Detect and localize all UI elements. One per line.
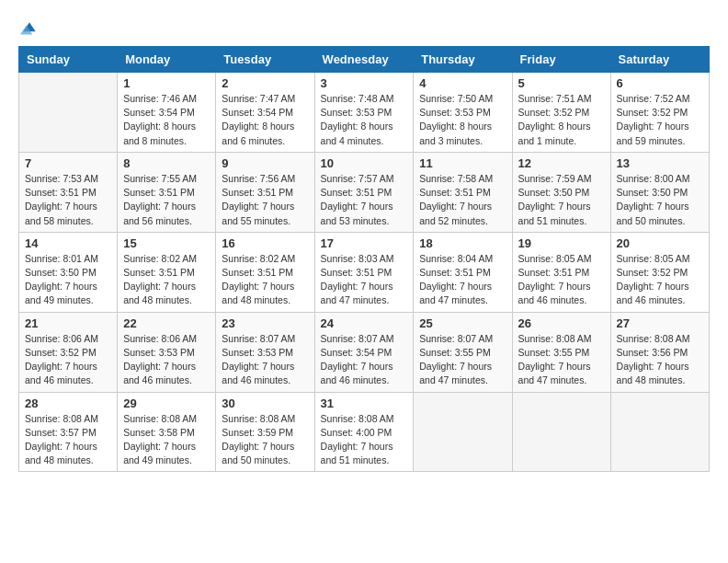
calendar-cell: 7Sunrise: 7:53 AM Sunset: 3:51 PM Daylig… [19,152,118,232]
day-number: 26 [518,316,605,330]
calendar-cell [610,392,709,472]
day-number: 23 [222,316,308,330]
day-info: Sunrise: 7:53 AM Sunset: 3:51 PM Dayligh… [25,172,111,228]
calendar-cell [512,392,610,472]
day-info: Sunrise: 8:01 AM Sunset: 3:50 PM Dayligh… [25,252,111,308]
calendar-cell [414,392,512,472]
calendar-week-row: 14Sunrise: 8:01 AM Sunset: 3:50 PM Dayli… [19,232,710,312]
day-number: 2 [222,76,308,90]
calendar-cell: 21Sunrise: 8:06 AM Sunset: 3:52 PM Dayli… [19,312,118,392]
calendar-cell: 1Sunrise: 7:46 AM Sunset: 3:54 PM Daylig… [118,73,216,153]
day-info: Sunrise: 8:02 AM Sunset: 3:51 PM Dayligh… [123,252,210,308]
calendar-cell: 9Sunrise: 7:56 AM Sunset: 3:51 PM Daylig… [216,152,314,232]
day-header-monday: Monday [118,47,216,73]
day-number: 11 [419,156,506,170]
day-number: 6 [617,76,703,90]
calendar-cell: 19Sunrise: 8:05 AM Sunset: 3:51 PM Dayli… [512,232,610,312]
day-info: Sunrise: 7:47 AM Sunset: 3:54 PM Dayligh… [222,92,308,148]
day-header-thursday: Thursday [414,47,512,73]
day-number: 29 [123,396,210,410]
calendar-cell: 17Sunrise: 8:03 AM Sunset: 3:51 PM Dayli… [314,232,414,312]
day-info: Sunrise: 7:55 AM Sunset: 3:51 PM Dayligh… [123,172,210,228]
calendar-cell: 18Sunrise: 8:04 AM Sunset: 3:51 PM Dayli… [414,232,512,312]
day-info: Sunrise: 7:46 AM Sunset: 3:54 PM Dayligh… [123,92,210,148]
calendar-cell: 16Sunrise: 8:02 AM Sunset: 3:51 PM Dayli… [216,232,314,312]
day-header-saturday: Saturday [610,47,709,73]
calendar-cell: 6Sunrise: 7:52 AM Sunset: 3:52 PM Daylig… [610,73,709,153]
day-header-wednesday: Wednesday [314,47,414,73]
day-number: 24 [321,316,408,330]
day-info: Sunrise: 8:08 AM Sunset: 3:59 PM Dayligh… [222,412,308,468]
day-number: 30 [222,396,308,410]
day-number: 16 [222,236,308,250]
day-number: 13 [617,156,703,170]
day-info: Sunrise: 7:58 AM Sunset: 3:51 PM Dayligh… [419,172,506,228]
calendar-cell: 11Sunrise: 7:58 AM Sunset: 3:51 PM Dayli… [414,152,512,232]
day-info: Sunrise: 8:08 AM Sunset: 3:57 PM Dayligh… [25,412,111,468]
day-info: Sunrise: 8:08 AM Sunset: 3:56 PM Dayligh… [617,332,703,388]
day-info: Sunrise: 7:51 AM Sunset: 3:52 PM Dayligh… [518,92,605,148]
day-info: Sunrise: 7:56 AM Sunset: 3:51 PM Dayligh… [222,172,308,228]
day-info: Sunrise: 8:07 AM Sunset: 3:53 PM Dayligh… [222,332,308,388]
day-number: 17 [321,236,408,250]
calendar-cell: 28Sunrise: 8:08 AM Sunset: 3:57 PM Dayli… [19,392,118,472]
calendar-cell: 10Sunrise: 7:57 AM Sunset: 3:51 PM Dayli… [314,152,414,232]
day-info: Sunrise: 7:52 AM Sunset: 3:52 PM Dayligh… [617,92,703,148]
calendar-cell: 30Sunrise: 8:08 AM Sunset: 3:59 PM Dayli… [216,392,314,472]
day-number: 20 [617,236,703,250]
calendar-cell: 22Sunrise: 8:06 AM Sunset: 3:53 PM Dayli… [118,312,216,392]
day-number: 5 [518,76,605,90]
day-header-tuesday: Tuesday [216,47,314,73]
day-info: Sunrise: 8:08 AM Sunset: 3:55 PM Dayligh… [518,332,605,388]
day-number: 18 [419,236,506,250]
day-number: 21 [25,316,111,330]
day-info: Sunrise: 8:04 AM Sunset: 3:51 PM Dayligh… [419,252,506,308]
page-header [18,18,710,37]
day-number: 10 [321,156,408,170]
calendar-cell: 26Sunrise: 8:08 AM Sunset: 3:55 PM Dayli… [512,312,610,392]
calendar-cell: 27Sunrise: 8:08 AM Sunset: 3:56 PM Dayli… [610,312,709,392]
day-info: Sunrise: 8:07 AM Sunset: 3:55 PM Dayligh… [419,332,506,388]
day-number: 3 [321,76,408,90]
day-info: Sunrise: 8:00 AM Sunset: 3:50 PM Dayligh… [617,172,703,228]
calendar-cell: 31Sunrise: 8:08 AM Sunset: 4:00 PM Dayli… [314,392,414,472]
day-number: 31 [321,396,408,410]
day-number: 25 [419,316,506,330]
calendar-cell: 2Sunrise: 7:47 AM Sunset: 3:54 PM Daylig… [216,73,314,153]
day-info: Sunrise: 7:48 AM Sunset: 3:53 PM Dayligh… [321,92,408,148]
calendar-cell: 29Sunrise: 8:08 AM Sunset: 3:58 PM Dayli… [118,392,216,472]
day-info: Sunrise: 8:02 AM Sunset: 3:51 PM Dayligh… [222,252,308,308]
day-info: Sunrise: 8:08 AM Sunset: 3:58 PM Dayligh… [123,412,210,468]
day-number: 14 [25,236,111,250]
day-number: 7 [25,156,111,170]
day-info: Sunrise: 8:06 AM Sunset: 3:52 PM Dayligh… [25,332,111,388]
day-number: 22 [123,316,210,330]
day-info: Sunrise: 7:59 AM Sunset: 3:50 PM Dayligh… [518,172,605,228]
day-number: 4 [419,76,506,90]
day-info: Sunrise: 8:06 AM Sunset: 3:53 PM Dayligh… [123,332,210,388]
day-info: Sunrise: 8:05 AM Sunset: 3:52 PM Dayligh… [617,252,703,308]
day-info: Sunrise: 8:08 AM Sunset: 4:00 PM Dayligh… [321,412,408,468]
calendar-cell: 8Sunrise: 7:55 AM Sunset: 3:51 PM Daylig… [118,152,216,232]
calendar-cell: 25Sunrise: 8:07 AM Sunset: 3:55 PM Dayli… [414,312,512,392]
day-info: Sunrise: 8:07 AM Sunset: 3:54 PM Dayligh… [321,332,408,388]
day-info: Sunrise: 8:03 AM Sunset: 3:51 PM Dayligh… [321,252,408,308]
day-number: 19 [518,236,605,250]
day-number: 9 [222,156,308,170]
calendar-cell: 13Sunrise: 8:00 AM Sunset: 3:50 PM Dayli… [610,152,709,232]
logo [18,18,39,37]
day-info: Sunrise: 7:57 AM Sunset: 3:51 PM Dayligh… [321,172,408,228]
day-number: 27 [617,316,703,330]
day-header-friday: Friday [512,47,610,73]
day-number: 12 [518,156,605,170]
calendar-cell: 14Sunrise: 8:01 AM Sunset: 3:50 PM Dayli… [19,232,118,312]
calendar-week-row: 7Sunrise: 7:53 AM Sunset: 3:51 PM Daylig… [19,152,710,232]
day-number: 1 [123,76,210,90]
day-number: 8 [123,156,210,170]
calendar-week-row: 28Sunrise: 8:08 AM Sunset: 3:57 PM Dayli… [19,392,710,472]
calendar-cell: 3Sunrise: 7:48 AM Sunset: 3:53 PM Daylig… [314,73,414,153]
calendar-week-row: 1Sunrise: 7:46 AM Sunset: 3:54 PM Daylig… [19,73,710,153]
logo-icon [20,18,39,37]
calendar-cell: 15Sunrise: 8:02 AM Sunset: 3:51 PM Dayli… [118,232,216,312]
calendar-cell [19,73,118,153]
